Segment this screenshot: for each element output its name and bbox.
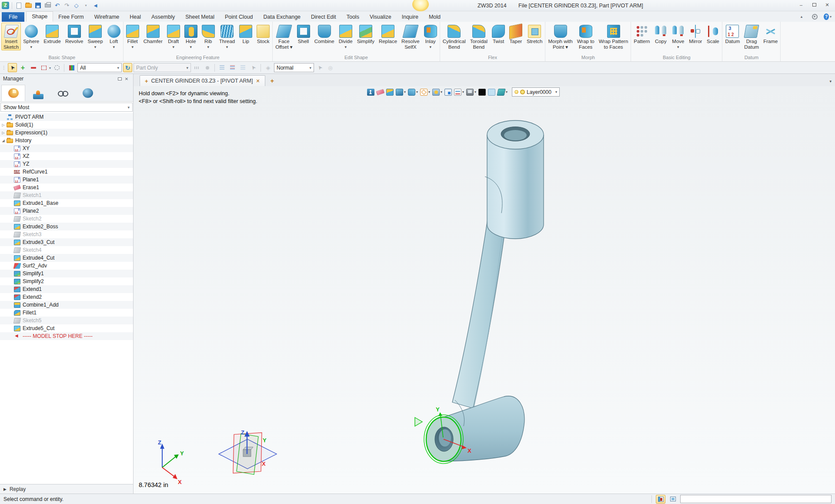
tree-row[interactable]: Sketch4 xyxy=(0,246,133,254)
ribbon-button[interactable]: Face Offset ▾ xyxy=(273,23,294,50)
tree-row[interactable]: ◢ History xyxy=(0,137,133,144)
back-button[interactable]: ◀ xyxy=(91,1,100,10)
ribbon-tab[interactable]: Assembly xyxy=(146,12,180,22)
ribbon-button[interactable]: Combine xyxy=(312,23,337,50)
open-file-button[interactable] xyxy=(24,1,33,10)
entity-filter-combo[interactable]: All▾ xyxy=(77,63,122,72)
ribbon-button[interactable]: Toroidal Bend xyxy=(468,23,490,50)
pick-colored-list-button[interactable] xyxy=(228,63,237,72)
tab-history-manager[interactable] xyxy=(1,85,25,101)
ribbon-tab[interactable]: Visualize xyxy=(364,12,397,22)
document-tab[interactable]: + CENTER GRINDER 03.Z3 - [PIVOT ARM] ✕ xyxy=(140,75,265,86)
ribbon-button[interactable]: Twist xyxy=(490,23,507,50)
unlink-button[interactable] xyxy=(192,63,201,72)
ribbon-tab[interactable]: File xyxy=(2,12,24,22)
foreground-color-button[interactable] xyxy=(478,88,486,97)
tab-visual-manager[interactable] xyxy=(51,85,75,101)
ribbon-button[interactable]: Morph with Point ▾ xyxy=(546,23,574,50)
tree-row[interactable]: ▷ Solid(1) xyxy=(0,121,133,129)
section-view-button[interactable]: ▾ xyxy=(454,88,464,97)
restore-button[interactable] xyxy=(808,1,820,9)
redo-button[interactable]: ↷ xyxy=(63,1,71,10)
tab-close-icon[interactable]: ✕ xyxy=(256,78,260,84)
tree-row[interactable]: XZ xyxy=(0,152,133,160)
pick-cursor-button[interactable]: ➤ xyxy=(249,63,258,72)
tree-row[interactable]: Sketch2 xyxy=(0,215,133,223)
ribbon-button[interactable]: Datum xyxy=(723,23,742,50)
tree-row[interactable]: PIVOT ARM xyxy=(0,113,133,121)
lasso-select-button[interactable] xyxy=(52,63,61,72)
tree-row[interactable]: Plane2 xyxy=(0,207,133,215)
tree-row[interactable]: Extend1 xyxy=(0,285,133,293)
ribbon-button[interactable]: Frame xyxy=(761,23,780,50)
pick-target-button[interactable]: ◎ xyxy=(326,63,335,72)
ribbon-tab[interactable]: Data Exchange xyxy=(258,12,306,22)
ribbon-tab[interactable]: Shape xyxy=(26,11,53,22)
filter-button[interactable] xyxy=(67,63,76,72)
settings-button[interactable] xyxy=(811,13,818,20)
ribbon-button[interactable]: Draft ▾ xyxy=(165,23,182,50)
zoom-window-button[interactable] xyxy=(444,88,452,97)
erase-button[interactable] xyxy=(376,88,384,97)
tree-row[interactable]: Extrude3_Cut xyxy=(0,238,133,246)
new-file-button[interactable] xyxy=(15,1,23,10)
tree-expander[interactable]: ▷ xyxy=(0,131,7,135)
ribbon-tab[interactable]: Free Form xyxy=(53,12,89,22)
tree-row[interactable]: ▷ Expression(1) xyxy=(0,129,133,137)
face-display-button[interactable] xyxy=(386,88,394,97)
layer-combo[interactable]: Layer0000 ▾ xyxy=(512,87,560,97)
background-color-button[interactable] xyxy=(488,88,496,97)
anchor-button[interactable] xyxy=(203,63,212,72)
tree-row[interactable]: Extrude5_Cut xyxy=(0,324,133,332)
tab-list-dropdown[interactable]: ▾ xyxy=(829,79,832,83)
close-button[interactable]: ✕ xyxy=(821,1,833,9)
remove-selection-button[interactable] xyxy=(29,63,38,72)
shade-mode-button[interactable]: ▾ xyxy=(395,88,406,97)
regen-button[interactable] xyxy=(367,88,375,97)
ribbon-tab[interactable]: Sheet Metal xyxy=(180,12,220,22)
pick-button[interactable]: ➤ xyxy=(8,63,17,72)
ribbon-button[interactable]: Sweep ▾ xyxy=(85,23,105,50)
wireframe-mode-button[interactable]: ▾ xyxy=(420,88,431,97)
ribbon-button[interactable]: Wrap to Faces xyxy=(575,23,597,50)
reorient-button[interactable]: ◈ xyxy=(264,63,273,72)
layer-manager-button[interactable]: ▾ xyxy=(497,88,508,97)
mode-combo[interactable]: Normal▾ xyxy=(274,63,314,72)
tree-row[interactable]: Sketch1 xyxy=(0,191,133,199)
ribbon-tab[interactable]: Point Cloud xyxy=(220,12,258,22)
tree-row[interactable]: Simplify1 xyxy=(0,270,133,277)
ribbon-button[interactable]: Stretch xyxy=(524,23,544,50)
ribbon-tab[interactable]: Direct Edit xyxy=(306,12,341,22)
ribbon-button[interactable]: Taper xyxy=(507,23,524,50)
ribbon-button[interactable]: Loft ▾ xyxy=(105,23,123,50)
pick-mode-button[interactable]: ➤ xyxy=(315,63,324,72)
ribbon-button[interactable]: Resolve SelfX xyxy=(399,23,422,50)
tree-row[interactable]: Extend2 xyxy=(0,293,133,301)
viewport[interactable]: Y X Z Y X xyxy=(134,86,835,494)
print-button[interactable] xyxy=(43,1,52,10)
ribbon-tab[interactable]: Wireframe xyxy=(89,12,125,22)
ribbon-button[interactable]: Wrap Pattern to Faces xyxy=(597,23,631,50)
model-top-boss[interactable] xyxy=(487,135,544,239)
ribbon-button[interactable]: Mirror xyxy=(687,23,704,50)
add-selection-button[interactable]: + xyxy=(18,63,27,72)
ribbon-button[interactable]: Lip xyxy=(237,23,254,50)
tab-assembly-manager[interactable] xyxy=(26,85,50,101)
tree-filter-combo[interactable]: Show Most ▾ xyxy=(0,103,133,112)
ribbon-button[interactable]: Insert Sketch xyxy=(1,23,21,50)
ribbon-button[interactable]: Cylindrical Bend xyxy=(441,23,468,50)
tree-row[interactable]: Surf2_Adv xyxy=(0,262,133,270)
tree-row[interactable]: RefCurve1 xyxy=(0,168,133,176)
new-document-tab-button[interactable]: + xyxy=(271,77,274,86)
ribbon-button[interactable]: Chamfer xyxy=(141,23,165,50)
collapse-ribbon-button[interactable]: ▴ xyxy=(798,13,805,20)
tree-row[interactable]: Extrude2_Boss xyxy=(0,223,133,230)
tree-row[interactable]: Sketch5 xyxy=(0,317,133,324)
tree-expander[interactable]: ◢ xyxy=(0,139,7,143)
app-logo-icon[interactable]: Z xyxy=(2,2,9,9)
model-3d-scene[interactable]: Y X Z Y X xyxy=(134,86,835,494)
tree-row[interactable]: Combine1_Add xyxy=(0,301,133,309)
tree-row[interactable]: ----- MODEL STOP HERE ----- xyxy=(0,332,133,340)
close-panel-button[interactable]: ✕ xyxy=(123,76,130,82)
tree-row[interactable]: Fillet1 xyxy=(0,309,133,317)
